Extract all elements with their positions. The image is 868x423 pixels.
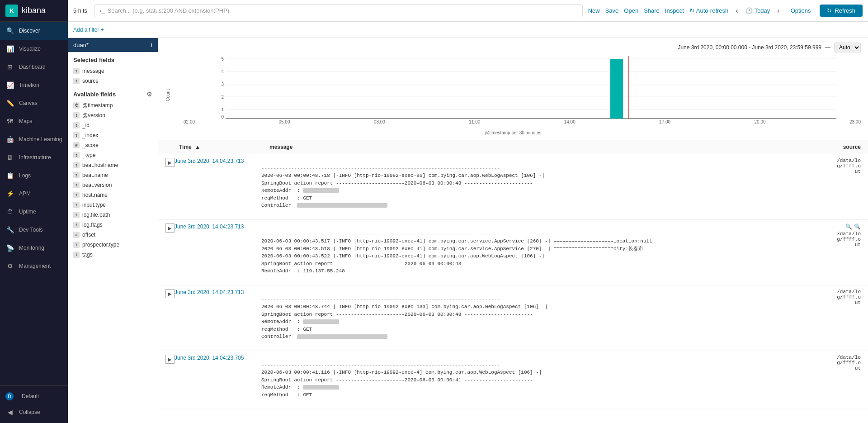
- x-label-0500: 05:00: [278, 119, 290, 128]
- available-field-tags[interactable]: t tags: [68, 250, 158, 260]
- result-source-2: 🔍 🔍 /data/log/ffff.out: [816, 223, 861, 247]
- col-message-header: message: [269, 144, 807, 150]
- filter-bar: Add a filter +: [68, 22, 868, 38]
- sidebar-item-infrastructure[interactable]: 🖥 Infrastructure: [0, 148, 68, 166]
- field-name: source: [82, 78, 99, 84]
- today-label: Today: [755, 7, 770, 14]
- sidebar-item-timelion[interactable]: 📈 Timelion: [0, 76, 68, 94]
- sidebar-item-dev-tools[interactable]: 🔧 Dev Tools: [0, 221, 68, 239]
- kibana-logo-icon: K: [5, 5, 18, 17]
- selected-field-message[interactable]: t message: [68, 66, 158, 76]
- available-field-_id[interactable]: t _id: [68, 120, 158, 130]
- auto-refresh-btn[interactable]: ↻ Auto-refresh: [689, 7, 729, 14]
- field-type-indicator: t: [73, 132, 80, 138]
- sidebar-item-visualize[interactable]: 📊 Visualize: [0, 40, 68, 58]
- share-link[interactable]: Share: [644, 7, 660, 14]
- refresh-button[interactable]: ↻ Refresh: [820, 5, 863, 17]
- sidebar-bottom-default-label: Default: [22, 393, 39, 399]
- available-field-beat.hostname[interactable]: t beat.hostname: [68, 160, 158, 170]
- search-bar[interactable]: ›_ Search... (e.g. status:200 AND extens…: [94, 4, 583, 17]
- add-filter-btn[interactable]: Add a filter +: [73, 27, 104, 33]
- sort-icon[interactable]: ▲: [195, 144, 200, 150]
- open-link[interactable]: Open: [624, 7, 638, 14]
- sidebar-item-discover[interactable]: 🔍 Discover: [0, 22, 68, 40]
- field-name: beat.name: [82, 172, 108, 178]
- sidebar-item-apm[interactable]: ⚡ APM: [0, 185, 68, 203]
- x-label-1100: 11:00: [469, 119, 480, 128]
- main-panel: June 3rd 2020, 00:00:00.000 - June 3rd 2…: [158, 38, 868, 423]
- sidebar-item-uptime[interactable]: ⏱ Uptime: [0, 203, 68, 221]
- expand-btn-2[interactable]: ▶: [165, 223, 175, 233]
- content-area: duan* ℹ Selected fields t message t sour…: [68, 38, 868, 423]
- monitoring-icon: 📡: [5, 243, 14, 252]
- zoom-in-icon[interactable]: 🔍: [845, 223, 852, 230]
- available-field-offset[interactable]: # offset: [68, 230, 158, 240]
- x-label-0800: 08:00: [374, 119, 385, 128]
- result-row-main-4: ▶ June 3rd 2020, 14:04:23.705 ----------…: [158, 351, 868, 409]
- sidebar-item-logs[interactable]: 📋 Logs: [0, 166, 68, 185]
- x-label-2000: 20:00: [755, 119, 766, 128]
- available-field-log.flags[interactable]: t log.flags: [68, 220, 158, 230]
- result-row-main-3: ▶ June 3rd 2020, 14:04:23.713 ----------…: [158, 285, 868, 351]
- table-row: ▶ June 3rd 2020, 14:04:23.713 ----------…: [158, 285, 868, 351]
- visualize-icon: 📊: [5, 44, 14, 53]
- available-field-beat.name[interactable]: t beat.name: [68, 170, 158, 180]
- zoom-out-icon[interactable]: 🔍: [854, 223, 861, 230]
- calendar-icon: 🕐: [745, 7, 753, 14]
- available-field-log.file.path[interactable]: t log.file.path: [68, 210, 158, 220]
- expand-btn-3[interactable]: ▶: [165, 289, 175, 298]
- dev-tools-icon: 🔧: [5, 225, 14, 234]
- sidebar-item-maps[interactable]: 🗺 Maps: [0, 112, 68, 130]
- interval-select[interactable]: Auto 1m 5m 30m 1h: [834, 43, 861, 52]
- result-time-2[interactable]: June 3rd 2020, 14:04:23.713: [175, 223, 256, 230]
- inspect-link[interactable]: Inspect: [665, 7, 684, 14]
- available-field-_score[interactable]: # _score: [68, 140, 158, 150]
- field-name: @timestamp: [82, 102, 113, 109]
- sidebar-item-dashboard[interactable]: ⊞ Dashboard: [0, 58, 68, 76]
- options-btn[interactable]: Options: [787, 5, 815, 16]
- field-name: _id: [82, 122, 90, 128]
- available-field-@version[interactable]: t @version: [68, 110, 158, 120]
- table-row: ▶ June 3rd 2020, 14:04:23.713 ----------…: [158, 220, 868, 285]
- available-field-prospector.type[interactable]: t prospector.type: [68, 240, 158, 250]
- field-name: host.name: [82, 192, 108, 198]
- available-field-_index[interactable]: t _index: [68, 130, 158, 140]
- today-btn[interactable]: 🕐 Today: [745, 7, 770, 14]
- sidebar-item-management[interactable]: ⚙ Management: [0, 257, 68, 275]
- result-time-4[interactable]: June 3rd 2020, 14:04:23.705: [175, 354, 256, 361]
- save-link[interactable]: Save: [605, 7, 619, 14]
- chart-area: June 3rd 2020, 00:00:00.000 - June 3rd 2…: [158, 38, 868, 140]
- expand-btn-4[interactable]: ▶: [165, 355, 175, 364]
- chart-y-title: Count: [165, 83, 170, 101]
- default-icon: D: [5, 392, 14, 400]
- field-name: @version: [82, 112, 105, 119]
- index-info-icon[interactable]: ℹ: [151, 42, 152, 48]
- available-field-input.type[interactable]: t input.type: [68, 200, 158, 210]
- selected-fields-title: Selected fields: [68, 52, 158, 66]
- available-field-beat.version[interactable]: t beat.version: [68, 180, 158, 190]
- sidebar-label-monitoring: Monitoring: [19, 245, 44, 251]
- x-label-2300: 23:00: [849, 119, 861, 128]
- collapse-icon: ◀: [5, 408, 14, 417]
- selected-field-source[interactable]: t source: [68, 76, 158, 86]
- sidebar-item-monitoring[interactable]: 📡 Monitoring: [0, 239, 68, 257]
- nav-back-btn[interactable]: ‹: [734, 5, 740, 17]
- infrastructure-icon: 🖥: [5, 153, 14, 162]
- available-fields-list: ⏱ @timestamp t @version t _id t _index #…: [68, 100, 158, 260]
- available-field-_type[interactable]: t _type: [68, 150, 158, 160]
- sidebar: K kibana 🔍 Discover 📊 Visualize ⊞ Dashbo…: [0, 0, 68, 423]
- new-link[interactable]: New: [588, 7, 600, 14]
- sidebar-item-collapse[interactable]: ◀ Collapse: [0, 404, 68, 420]
- available-field-host.name[interactable]: t host.name: [68, 190, 158, 200]
- result-time-3[interactable]: June 3rd 2020, 14:04:23.713: [175, 288, 256, 295]
- result-time-1[interactable]: June 3rd 2020, 14:04:23.713: [175, 157, 256, 164]
- expand-btn-1[interactable]: ▶: [165, 158, 175, 167]
- sidebar-item-canvas[interactable]: ✏️ Canvas: [0, 94, 68, 112]
- chart-dash: —: [825, 44, 830, 51]
- available-field-@timestamp[interactable]: ⏱ @timestamp: [68, 100, 158, 110]
- nav-forward-btn[interactable]: ›: [775, 5, 781, 17]
- gear-icon[interactable]: ⚙: [146, 90, 152, 98]
- field-panel: duan* ℹ Selected fields t message t sour…: [68, 38, 158, 423]
- sidebar-item-default[interactable]: D Default: [0, 389, 68, 404]
- sidebar-item-machine-learning[interactable]: 🤖 Machine Learning: [0, 130, 68, 148]
